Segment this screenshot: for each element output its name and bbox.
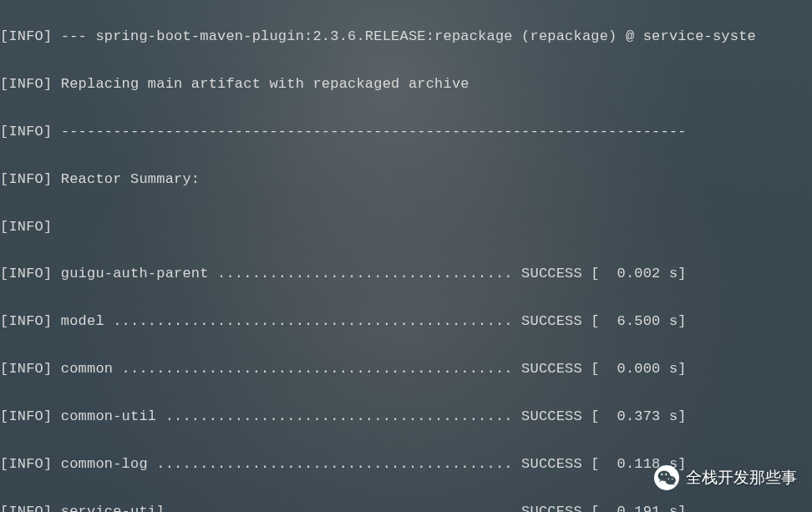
log-line: [INFO] --- spring-boot-maven-plugin:2.3.… — [0, 25, 812, 48]
log-line-module: [INFO] common ..........................… — [0, 357, 812, 381]
log-line-module: [INFO] guigu-auth-parent ...............… — [0, 262, 812, 286]
log-line-module: [INFO] common-util .....................… — [0, 405, 812, 428]
watermark-text: 全栈开发那些事 — [686, 467, 797, 489]
log-line-module: [INFO] service-util ....................… — [0, 500, 812, 512]
svg-point-6 — [672, 479, 673, 480]
svg-point-5 — [667, 479, 669, 480]
log-line-module: [INFO] model ...........................… — [0, 310, 812, 333]
terminal-output: [INFO] --- spring-boot-maven-plugin:2.3.… — [0, 0, 812, 512]
log-line: [INFO] Replacing main artifact with repa… — [0, 73, 812, 96]
watermark: 全栈开发那些事 — [654, 465, 797, 490]
svg-point-2 — [665, 476, 676, 485]
log-line-reactor-summary: [INFO] Reactor Summary: — [0, 168, 812, 191]
svg-point-3 — [661, 474, 662, 475]
log-line-divider: [INFO] ---------------------------------… — [0, 120, 812, 144]
wechat-icon — [654, 465, 679, 490]
log-line: [INFO] — [0, 215, 812, 239]
svg-point-4 — [665, 474, 667, 475]
